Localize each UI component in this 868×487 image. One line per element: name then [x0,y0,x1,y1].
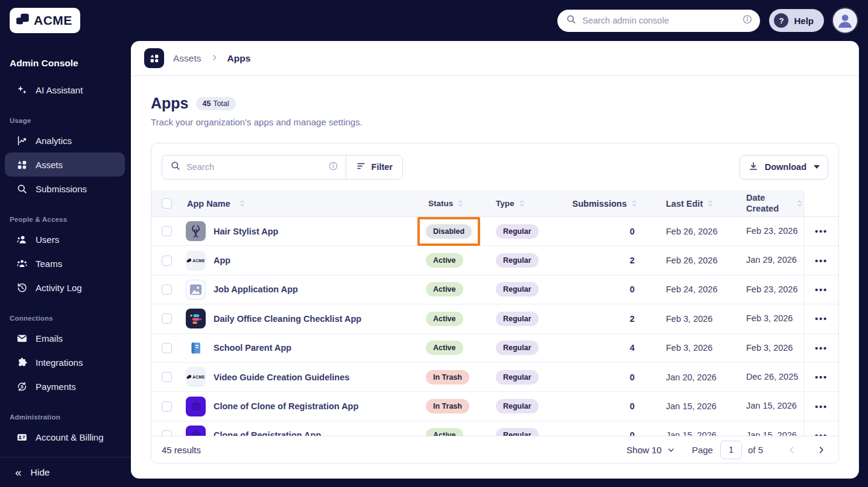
chevron-right-icon [211,54,218,63]
submissions-cell: 2 [567,256,645,265]
status-badge: Active [426,341,463,355]
app-name-cell[interactable]: Clone of Clone of Registration App [182,397,419,416]
row-menu-button[interactable]: ••• [815,372,828,382]
sidebar-item-label: Activity Log [36,283,82,293]
breadcrumb-current: Apps [227,53,251,64]
account-billing-icon [16,431,28,443]
row-menu-button[interactable]: ••• [815,256,828,266]
sidebar-item-assets[interactable]: Assets [5,152,125,177]
row-checkbox[interactable] [162,313,172,324]
app-name[interactable]: School Parent App [214,343,291,353]
row-menu-button[interactable]: ••• [815,343,828,353]
row-checkbox[interactable] [162,284,172,295]
page-content: Apps 45Total Track your organization's a… [131,95,859,463]
app-name[interactable]: Clone of Clone of Registration App [214,401,358,411]
acme-logo-icon [15,11,31,30]
row-checkbox[interactable] [162,372,172,382]
sidebar-item-payments[interactable]: $Payments [5,374,125,398]
app-name-cell[interactable]: Daily Office Cleaning Checklist App [182,309,419,328]
app-name[interactable]: Hair Stylist App [214,227,278,236]
help-button[interactable]: ? Help [769,9,824,32]
row-menu-button[interactable]: ••• [815,313,828,324]
app-name[interactable]: Job Application App [214,284,298,294]
help-label: Help [794,16,814,26]
app-name[interactable]: App [214,256,230,265]
total-badge: 45Total [196,97,236,110]
avatar[interactable] [833,8,857,33]
sidebar-title: Admin Console [10,58,131,69]
column-header-date-created[interactable]: Date Created [739,193,803,214]
page-number-input[interactable] [720,441,742,459]
sort-icon [238,200,246,207]
column-header-status[interactable]: Status [419,199,489,208]
show-per-page-select[interactable]: Show 10 [627,445,675,455]
admin-search[interactable] [557,10,760,32]
table-search-input[interactable] [186,162,323,172]
column-label: Status [428,199,453,208]
assets-breadcrumb-icon[interactable] [144,48,164,68]
admin-search-input[interactable] [582,16,737,25]
app-name-cell[interactable]: Hair Stylist App [182,221,419,241]
row-menu-button[interactable]: ••• [815,226,828,236]
app-name-cell[interactable]: ACMEVideo Guide Creation Guidelines [182,367,419,387]
type-badge: Regular [496,224,539,239]
sidebar-item-teams[interactable]: Teams [5,251,125,275]
acme-logo[interactable]: ACME [10,8,80,33]
row-menu-button[interactable]: ••• [815,284,828,295]
sidebar-item-account-and-billing[interactable]: Account & Billing [5,425,125,449]
sidebar-item-label: Teams [36,259,62,269]
row-menu-button[interactable]: ••• [815,401,828,412]
total-count: 45 [203,99,211,108]
sidebar-section-label: People & Access [10,216,131,223]
app-name-cell[interactable]: Job Application App [182,280,419,300]
type-cell: Regular [489,282,567,297]
app-name[interactable]: Daily Office Cleaning Checklist App [214,314,361,324]
sidebar-item-integrations[interactable]: Integrations [5,350,125,374]
download-button[interactable]: Download [740,155,828,180]
sidebar-section-label: Administration [10,413,131,421]
sidebar-section-label: Usage [10,117,131,124]
table-row-hair-stylist-app: Hair Stylist AppDisabledRegular0Feb 26, … [151,217,838,246]
submissions-cell: 2 [567,314,645,324]
app-name[interactable]: Video Guide Creation Guidelines [214,372,349,382]
table-search[interactable] [162,156,346,179]
hide-label: Hide [31,467,50,478]
pagination: Show 10 Page of 5 [627,441,828,459]
info-icon[interactable] [328,161,338,174]
select-all-checkbox[interactable] [162,198,172,209]
actions-column-header [803,190,838,216]
acme-logo-text: ACME [34,13,72,28]
sidebar-item-ai-assistant[interactable]: AI Assistant [5,78,125,102]
row-checkbox[interactable] [162,343,172,353]
info-icon[interactable] [742,14,753,27]
sidebar-item-analytics[interactable]: Analytics [5,128,125,152]
sidebar-item-users[interactable]: Users [5,227,125,251]
app-name-cell[interactable]: ACMEApp [182,251,419,271]
row-checkbox[interactable] [162,256,172,266]
row-checkbox[interactable] [162,226,172,236]
next-page-button[interactable] [814,443,828,457]
column-header-type[interactable]: Type [489,199,567,208]
sidebar-item-submissions[interactable]: Submissions [5,177,125,201]
status-cell: Active [419,312,489,326]
sort-icon [457,200,464,207]
sidebar-item-label: Emails [36,333,63,344]
table-row-video-guide-creation-guidelines: ACMEVideo Guide Creation GuidelinesIn Tr… [151,363,838,392]
column-header-app-name[interactable]: App Name [182,199,419,209]
sidebar-hide-button[interactable]: « Hide [0,457,131,487]
filter-button[interactable]: Filter [346,156,402,179]
previous-page-button[interactable] [785,443,799,457]
last-edit-cell: Jan 20, 2026 [645,372,739,382]
analytics-icon [16,134,28,146]
table-row-daily-office-cleaning-checklist-app: Daily Office Cleaning Checklist AppActiv… [151,304,838,333]
sidebar-item-emails[interactable]: Emails [5,326,125,350]
app-name-cell[interactable]: School Parent App [182,338,419,358]
sidebar-item-activity-log[interactable]: Activity Log [5,275,125,300]
column-header-last-edit[interactable]: Last Edit [645,199,739,209]
breadcrumb-parent[interactable]: Assets [173,53,201,64]
row-checkbox[interactable] [162,401,172,412]
breadcrumb: Assets Apps [131,41,859,76]
column-header-submissions[interactable]: Submissions [567,199,645,209]
results-count: 45 results [162,445,201,455]
filter-icon [356,161,366,173]
